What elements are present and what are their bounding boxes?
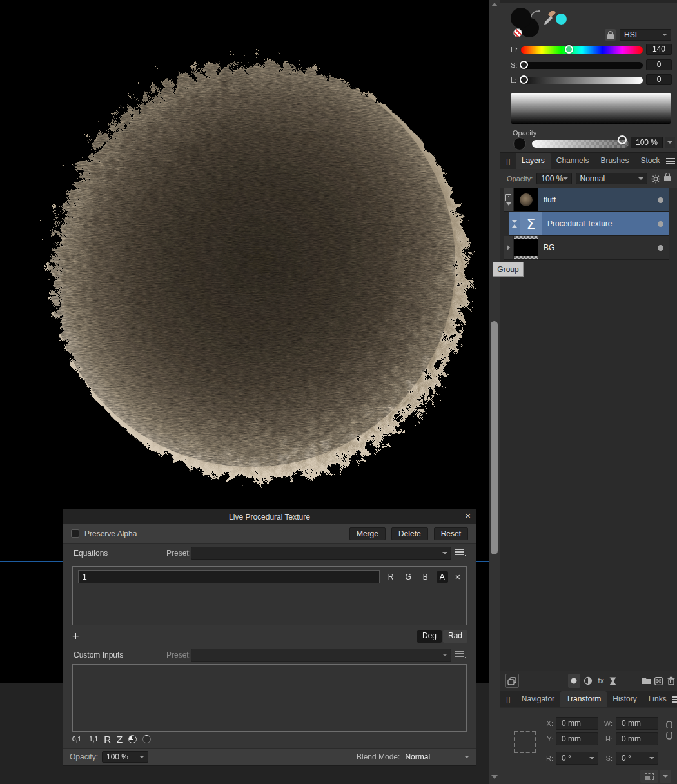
opacity-dropdown-button[interactable] (665, 137, 675, 148)
channel-r-button[interactable]: R (385, 571, 397, 583)
tab-brushes[interactable]: Brushes (594, 153, 634, 169)
panel-grip[interactable]: || (506, 157, 511, 165)
eyedropper-icon[interactable] (543, 11, 557, 26)
h-input[interactable]: 0 mm (616, 732, 658, 745)
procedural-texture-icon-box[interactable]: Σ (520, 212, 542, 235)
color-mode-select[interactable]: HSL (620, 29, 671, 41)
primary-color-well[interactable] (511, 8, 531, 28)
hue-slider-handle[interactable] (565, 45, 573, 54)
pattern-layer-button[interactable] (652, 674, 665, 688)
close-icon[interactable]: × (465, 510, 471, 521)
shear-select[interactable]: 0 ° (616, 752, 658, 765)
blend-mode-control[interactable]: Blend Mode: Normal (357, 752, 469, 761)
opacity-slider-handle[interactable] (618, 135, 627, 144)
range-01-button[interactable]: 0,1 (72, 736, 81, 743)
layer-expand-column[interactable] (504, 236, 514, 259)
layer-name[interactable]: Procedural Texture (542, 212, 658, 235)
range-neg11-button[interactable]: -1,1 (87, 736, 98, 743)
color-lock-button[interactable] (605, 29, 616, 41)
live-filter-button[interactable]: fx (594, 674, 608, 688)
group-layers-button[interactable] (640, 674, 652, 688)
scroll-down-icon[interactable] (491, 775, 498, 779)
channel-a-button[interactable]: A (437, 571, 448, 583)
gear-icon[interactable] (651, 174, 660, 184)
saturation-value[interactable]: 0 (646, 59, 672, 70)
z-input-button[interactable]: Z (117, 734, 123, 745)
edit-all-layers-button[interactable] (505, 674, 519, 688)
tab-layers[interactable]: Layers (516, 153, 551, 169)
hue-value[interactable]: 140 (646, 44, 672, 55)
tint-gradient-box[interactable] (511, 93, 671, 124)
channel-b-button[interactable]: B (420, 571, 431, 583)
scroll-up-icon[interactable] (491, 3, 498, 6)
layer-expand-column[interactable] (504, 188, 514, 211)
panel-scrollbar[interactable] (489, 0, 500, 784)
preset-menu-icon[interactable] (455, 549, 464, 555)
equations-preset-select[interactable] (191, 547, 451, 560)
channel-g-button[interactable]: G (402, 571, 414, 583)
y-input[interactable]: 0 mm (556, 732, 598, 745)
x-input[interactable]: 0 mm (556, 717, 598, 730)
tab-channels[interactable]: Channels (551, 153, 595, 169)
equation-input[interactable] (78, 570, 380, 583)
swap-colors-icon[interactable] (530, 9, 542, 19)
layer-visibility-toggle[interactable] (658, 245, 663, 251)
anchor-point-selector[interactable] (514, 731, 536, 753)
lock-icon[interactable] (664, 176, 671, 181)
delete-button[interactable]: Delete (391, 527, 428, 540)
tab-stock[interactable]: Stock (634, 153, 665, 169)
layers-blend-select[interactable]: Normal (576, 173, 648, 184)
transform-mode-button[interactable] (640, 770, 658, 783)
adjustment-layer-button[interactable] (582, 674, 594, 688)
layer-row-procedural-texture[interactable]: Σ Procedural Texture (509, 212, 669, 236)
panel-menu-icon[interactable] (666, 158, 671, 164)
layer-visibility-toggle[interactable] (658, 221, 663, 227)
preserve-alpha-checkbox[interactable] (71, 529, 79, 538)
chevron-right-icon[interactable] (507, 245, 510, 250)
tab-history[interactable]: History (607, 691, 642, 707)
transform-mode-dropdown[interactable] (660, 770, 671, 783)
delete-layer-button[interactable] (665, 674, 677, 688)
remove-equation-icon[interactable]: × (453, 572, 462, 582)
saturation-slider[interactable] (521, 62, 643, 69)
layer-visibility-toggle[interactable] (658, 197, 663, 203)
lightness-slider-handle[interactable] (520, 75, 528, 84)
tab-navigator[interactable]: Navigator (516, 691, 560, 707)
layer-row-bg[interactable]: BG (504, 236, 669, 260)
current-color-swatch[interactable] (556, 14, 567, 24)
link-dimensions-icon[interactable] (665, 721, 673, 740)
pie-dial-icon[interactable] (128, 735, 137, 743)
tab-links[interactable]: Links (643, 691, 672, 707)
panel-grip[interactable]: || (506, 696, 511, 703)
lightness-value[interactable]: 0 (646, 74, 672, 85)
layer-name[interactable]: fluff (538, 188, 658, 211)
rad-button[interactable]: Rad (443, 630, 467, 643)
reset-button[interactable]: Reset (434, 527, 468, 540)
lightness-slider[interactable] (521, 77, 643, 84)
hue-slider[interactable] (521, 46, 643, 54)
add-equation-button[interactable]: + (72, 630, 79, 643)
procedural-texture-button[interactable] (607, 674, 618, 688)
scrollbar-thumb[interactable] (491, 321, 498, 554)
chevron-down-icon[interactable] (506, 202, 511, 206)
deg-button[interactable]: Deg (417, 630, 442, 643)
rotation-select[interactable]: 0 ° (556, 752, 598, 765)
custom-preset-menu-icon[interactable] (455, 651, 464, 657)
mask-layer-button[interactable] (568, 674, 580, 688)
saturation-slider-handle[interactable] (520, 61, 528, 69)
layer-thumbnail[interactable] (514, 236, 538, 259)
r-input-button[interactable]: R (104, 734, 111, 745)
layer-name[interactable]: BG (538, 236, 658, 259)
dialog-opacity-select[interactable]: 100 % (102, 751, 148, 763)
w-input[interactable]: 0 mm (616, 717, 658, 730)
tab-transform[interactable]: Transform (560, 691, 607, 707)
arc-dial-icon[interactable] (142, 735, 151, 743)
merge-button[interactable]: Merge (349, 527, 386, 540)
opacity-slider[interactable] (532, 140, 629, 148)
dialog-titlebar[interactable]: Live Procedural Texture × (63, 509, 476, 524)
layer-row-fluff[interactable]: fluff (504, 188, 669, 212)
layers-opacity-select[interactable]: 100 % (536, 173, 571, 184)
custom-inputs-preset-select[interactable] (191, 649, 451, 662)
opacity-value[interactable]: 100 % (631, 137, 663, 148)
layer-thumbnail[interactable] (514, 188, 538, 211)
